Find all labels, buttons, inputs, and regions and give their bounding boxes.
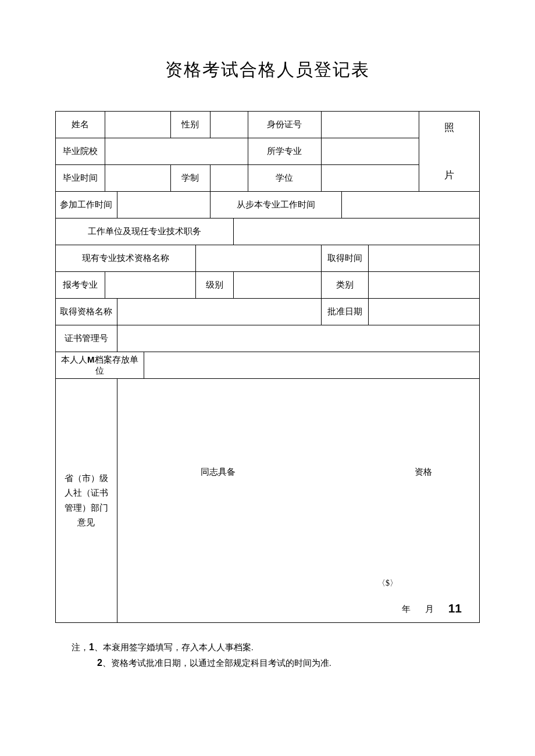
label-current-qual: 现有专业技术资格名称 <box>56 245 196 272</box>
field-schooling[interactable] <box>211 165 248 192</box>
field-file-unit[interactable] <box>144 352 479 379</box>
field-gender[interactable] <box>211 112 248 138</box>
label-approve-date: 批准日期 <box>322 299 369 325</box>
form-title: 资格考试合格人员登记表 <box>55 58 480 82</box>
label-cert-no: 证书管理号 <box>56 325 117 352</box>
label-category: 类别 <box>322 272 369 299</box>
field-current-qual[interactable] <box>196 245 322 272</box>
label-obtain-time: 取得时间 <box>322 245 369 272</box>
label-schooling: 学制 <box>170 165 211 192</box>
opinion-text-line: 同志具备 资格 <box>117 467 479 478</box>
label-work-unit: 工作单位及现任专业技术职务 <box>56 218 234 245</box>
label-degree: 学位 <box>248 165 321 192</box>
field-exam-major[interactable] <box>105 272 196 299</box>
field-grad-time[interactable] <box>105 165 170 192</box>
label-name: 姓名 <box>56 112 105 138</box>
label-obtained-qual: 取得资格名称 <box>56 299 117 325</box>
field-degree[interactable] <box>322 165 419 192</box>
stamp-placeholder: 〈$〉 <box>377 578 398 589</box>
field-name[interactable] <box>105 112 170 138</box>
field-level[interactable] <box>234 272 322 299</box>
label-file-unit: 本人人M档案存放单位 <box>56 352 144 379</box>
field-cert-no[interactable] <box>117 325 479 352</box>
photo-char-bottom: 片 <box>420 162 478 189</box>
label-grad-time: 毕业时间 <box>56 165 105 192</box>
field-obtain-time[interactable] <box>368 245 479 272</box>
label-major: 所学专业 <box>248 138 321 165</box>
date-line: 年 月 11 <box>402 601 462 615</box>
field-school[interactable] <box>105 138 248 165</box>
registration-table: 姓名 性别 身份证号 照 片 毕业院校 所学专业 毕业时间 学制 学位 参加工作… <box>55 111 480 623</box>
photo-char-top: 照 <box>420 114 478 142</box>
field-category[interactable] <box>368 272 479 299</box>
field-opinion[interactable]: 同志具备 资格 〈$〉 年 月 11 <box>117 379 479 623</box>
label-level: 级别 <box>196 272 234 299</box>
label-id-number: 身份证号 <box>248 112 321 138</box>
footnotes: 注，1、本衰用签字婚填写，存入本人人事档案. 2、资格考试批准日期，以通过全部规… <box>55 639 480 671</box>
field-major[interactable] <box>322 138 419 165</box>
field-id-number[interactable] <box>322 112 419 138</box>
field-work-start[interactable] <box>117 192 210 218</box>
label-school: 毕业院校 <box>56 138 105 165</box>
field-obtained-qual[interactable] <box>117 299 321 325</box>
photo-box: 照 片 <box>419 112 480 192</box>
field-approve-date[interactable] <box>368 299 479 325</box>
footnote-2: 2、资格考试批准日期，以通过全部规定科目考试的时间为准. <box>72 655 480 671</box>
label-exam-major: 报考专业 <box>56 272 105 299</box>
field-pro-work-start[interactable] <box>342 192 480 218</box>
label-opinion: 省（市）级人社（证书管理）部门意见 <box>56 379 117 623</box>
label-gender: 性别 <box>170 112 211 138</box>
label-pro-work-start: 从步本专业工作时间 <box>211 192 342 218</box>
label-work-start: 参加工作时间 <box>56 192 117 218</box>
field-work-unit[interactable] <box>234 218 480 245</box>
footnote-1: 注，1、本衰用签字婚填写，存入本人人事档案. <box>72 639 480 655</box>
